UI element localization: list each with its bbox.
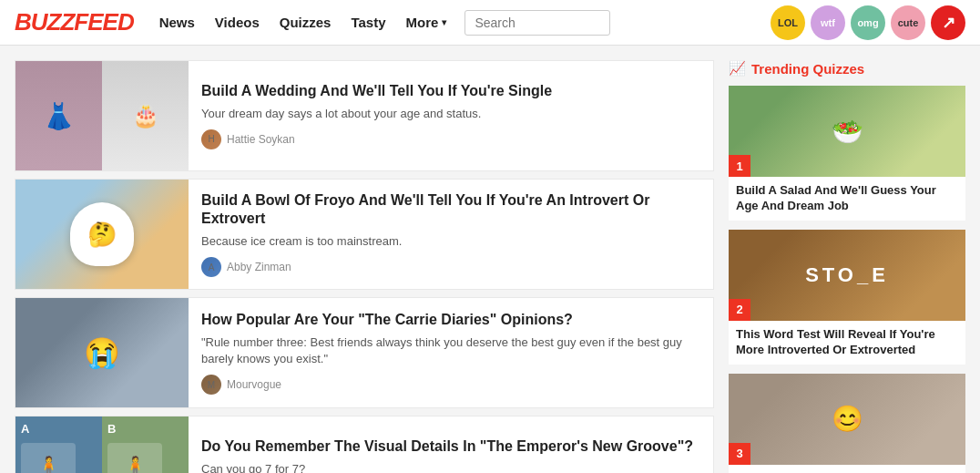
article-thumbnail: 👗 🎂 — [15, 61, 189, 170]
emperor-figure-b: 🧍 — [107, 443, 162, 473]
article-description: Because ice cream is too mainstream. — [201, 233, 700, 250]
badge-trending[interactable]: ↗ — [931, 5, 965, 40]
carrie-thumb-image: 😭 — [15, 298, 189, 407]
article-title: Build A Bowl Of Froyo And We'll Tell You… — [201, 191, 700, 230]
article-author: H Hattie Soykan — [201, 129, 700, 149]
article-info: Build A Wedding And We'll Tell You If Yo… — [189, 61, 713, 170]
article-title: Build A Wedding And We'll Tell You If Yo… — [201, 82, 700, 101]
author-name: Abby Zinman — [227, 261, 291, 273]
sidebar: 📈 Trending Quizzes 🥗 1 Build A Salad And… — [729, 60, 965, 473]
search-input[interactable] — [464, 10, 610, 36]
trending-number: 3 — [729, 443, 750, 465]
trending-title: Build A Salad And We'll Guess Your Age A… — [729, 177, 965, 221]
header: BuzzFeed News Videos Quizzes Tasty More … — [0, 0, 980, 46]
nav-news[interactable]: News — [150, 0, 204, 46]
trending-thumbnail: STO_E 2 — [729, 230, 965, 321]
article-info: How Popular Are Your "The Carrie Diaries… — [189, 298, 713, 407]
article-card[interactable]: 😭 How Popular Are Your "The Carrie Diari… — [15, 297, 714, 408]
author-name: Mourvogue — [227, 378, 281, 391]
emperor-panel-b: B 🧍 — [102, 416, 189, 473]
emperor-figure-a: 🧍 — [21, 443, 76, 473]
article-thumbnail: 😭 — [15, 298, 189, 407]
wedding-right: 🎂 — [102, 61, 189, 170]
trending-thumbnail: 😊 3 — [729, 374, 965, 465]
badge-lol[interactable]: LOL — [771, 5, 805, 40]
logo[interactable]: BuzzFeed — [15, 8, 134, 36]
badge-wtf[interactable]: wtf — [811, 5, 845, 40]
trending-title: This Word Test Will Reveal If You're Mor… — [729, 321, 965, 365]
article-card[interactable]: 🤔 Build A Bowl Of Froyo And We'll Tell Y… — [15, 179, 714, 290]
emperor-thumb-image: A 🧍 B 🧍 — [15, 416, 189, 473]
wedding-thumb-image: 👗 🎂 — [15, 61, 189, 170]
author-name: Hattie Soykan — [227, 133, 295, 146]
article-thumbnail: A 🧍 B 🧍 — [15, 416, 189, 473]
froyo-thumb-image: 🤔 — [15, 180, 189, 289]
badge-cute[interactable]: cute — [891, 5, 925, 40]
nav-tasty[interactable]: Tasty — [342, 0, 394, 46]
stone-thumb-image: STO_E — [729, 230, 965, 321]
trending-header: 📈 Trending Quizzes — [729, 60, 965, 77]
wedding-left: 👗 — [15, 61, 102, 170]
author-avatar: H — [201, 129, 221, 149]
article-info: Do You Remember The Visual Details In "T… — [189, 416, 713, 473]
trending-label: Trending Quizzes — [751, 61, 864, 77]
more-button[interactable]: More ▾ — [397, 0, 456, 46]
trending-thumbnail: 🥗 1 — [729, 86, 965, 177]
trending-item[interactable]: 🥗 1 Build A Salad And We'll Guess Your A… — [729, 86, 965, 221]
badge-row: LOL wtf omg cute ↗ — [771, 5, 965, 40]
article-author: A Abby Zinman — [201, 257, 700, 277]
article-thumbnail: 🤔 — [15, 180, 189, 289]
author-avatar: M — [201, 375, 221, 395]
article-description: "Rule number three: Best friends always … — [201, 334, 700, 367]
main-nav: News Videos Quizzes Tasty More ▾ — [150, 0, 456, 46]
trending-icon: 📈 — [729, 60, 746, 77]
main-content: 👗 🎂 Build A Wedding And We'll Tell You I… — [0, 46, 980, 473]
trending-title: Build A Perfect Boyfriend And We'll Reve… — [729, 465, 965, 473]
article-info: Build A Bowl Of Froyo And We'll Tell You… — [189, 180, 713, 289]
article-author: M Mourvogue — [201, 375, 700, 395]
trending-number: 1 — [729, 155, 750, 177]
badge-omg[interactable]: omg — [851, 5, 885, 40]
article-description: Your dream day says a lot about your age… — [201, 106, 700, 122]
article-title: How Popular Are Your "The Carrie Diaries… — [201, 311, 700, 330]
feed: 👗 🎂 Build A Wedding And We'll Tell You I… — [15, 60, 714, 473]
nav-videos[interactable]: Videos — [206, 0, 269, 46]
bf-thumb-image: 😊 — [729, 374, 965, 465]
trending-item[interactable]: STO_E 2 This Word Test Will Reveal If Yo… — [729, 230, 965, 365]
nav-quizzes[interactable]: Quizzes — [271, 0, 341, 46]
chevron-down-icon: ▾ — [442, 17, 446, 27]
trending-item[interactable]: 😊 3 Build A Perfect Boyfriend And We'll … — [729, 374, 965, 473]
trending-number: 2 — [729, 299, 750, 321]
article-card[interactable]: A 🧍 B 🧍 Do You Remember The Visual Detai… — [15, 416, 714, 473]
salad-thumb-image: 🥗 — [729, 86, 965, 177]
article-title: Do You Remember The Visual Details In "T… — [201, 437, 700, 457]
author-avatar: A — [201, 257, 221, 277]
article-card[interactable]: 👗 🎂 Build A Wedding And We'll Tell You I… — [15, 60, 714, 171]
emperor-panel-a: A 🧍 — [15, 416, 102, 473]
carrie-emoji: 😭 — [84, 335, 120, 370]
article-description: Can you go 7 for 7? — [201, 461, 700, 473]
froyo-bowl: 🤔 — [70, 202, 134, 266]
